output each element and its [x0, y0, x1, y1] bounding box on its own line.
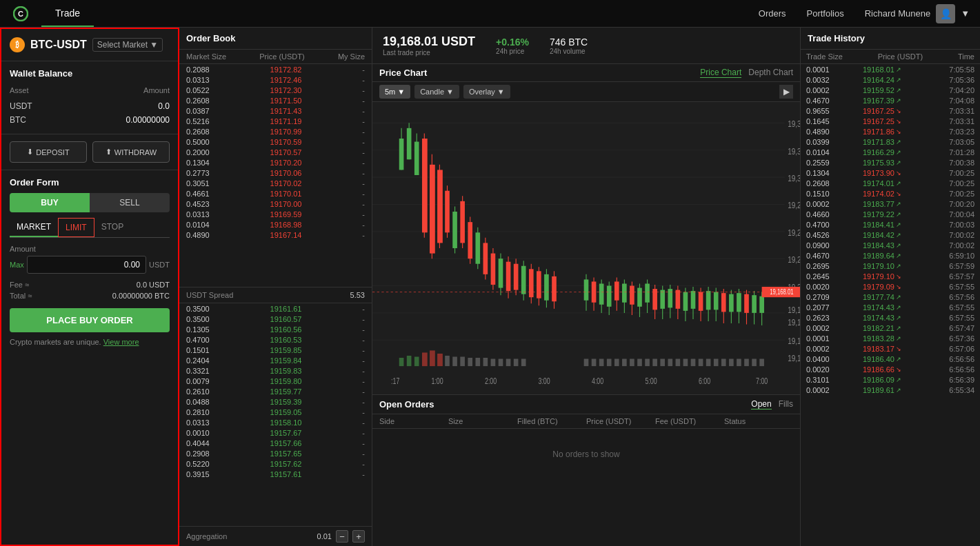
aggregation-decrease-button[interactable]: − — [336, 530, 348, 543]
last-price-label: Last trade price — [383, 49, 475, 57]
svg-text:19,300: 19,300 — [788, 173, 800, 184]
svg-text:4:00: 4:00 — [592, 376, 603, 385]
svg-rect-139 — [599, 359, 604, 367]
withdraw-button[interactable]: ⬆ WITHDRAW — [92, 141, 170, 163]
ask-row[interactable]: 0.130419170.20- — [179, 157, 372, 168]
bid-row[interactable]: 0.240419159.84- — [179, 355, 372, 365]
ask-row[interactable]: 0.208819172.82- — [179, 64, 372, 74]
ask-row[interactable]: 0.031319169.59- — [179, 209, 372, 219]
trade-size: 0.4526 — [806, 231, 848, 239]
bid-row[interactable]: 0.001019157.67- — [179, 427, 372, 438]
trade-price: 19183.17↘ — [863, 345, 925, 353]
ask-row[interactable]: 0.031319172.46- — [179, 74, 372, 85]
order-form-section: Order Form BUY SELL MARKET LIMIT STOP Am… — [1, 170, 178, 545]
overlay-selector[interactable]: Overlay ▼ — [463, 85, 510, 99]
place-buy-order-button[interactable]: PLACE BUY ORDER — [10, 308, 170, 332]
fills-tab[interactable]: Fills — [779, 399, 793, 410]
trade-price: 19171.86↘ — [863, 128, 925, 136]
bid-row[interactable]: 0.031319158.10- — [179, 417, 372, 427]
svg-text:19,250: 19,250 — [788, 227, 800, 238]
ask-price: 19170.01 — [270, 190, 302, 198]
ask-row[interactable]: 0.052219172.30- — [179, 85, 372, 95]
arrow-up-icon: ↗ — [896, 252, 901, 259]
ask-row[interactable]: 0.521619171.19- — [179, 116, 372, 126]
side-col-header: Side — [379, 417, 448, 425]
stop-tab[interactable]: STOP — [94, 218, 130, 237]
bid-row[interactable]: 0.281019159.05- — [179, 407, 372, 417]
ask-row[interactable]: 0.260819171.50- — [179, 95, 372, 105]
bid-price: 19157.65 — [270, 449, 302, 458]
select-market-button[interactable]: Select Market ▼ — [92, 38, 163, 52]
svg-rect-45 — [452, 212, 457, 248]
ask-row[interactable]: 0.038719171.43- — [179, 105, 372, 116]
btc-label: BTC — [10, 115, 26, 125]
arrow-up-icon: ↗ — [896, 335, 901, 342]
bid-row[interactable]: 0.350019160.57- — [179, 314, 372, 324]
price-chart-tab[interactable]: Price Chart — [700, 68, 741, 78]
bid-row[interactable]: 0.130519160.56- — [179, 324, 372, 334]
nav-orders-link[interactable]: Orders — [759, 8, 786, 19]
trade-size: 0.2608 — [806, 179, 848, 188]
wallet-balance-section: Wallet Balance Asset Amount USDT 0.0 BTC… — [1, 61, 178, 134]
ask-price: 19167.14 — [270, 231, 302, 239]
bid-row[interactable]: 0.332119159.83- — [179, 365, 372, 376]
bid-row[interactable]: 0.150119159.85- — [179, 345, 372, 355]
view-more-link[interactable]: View more — [103, 338, 139, 346]
play-button[interactable]: ▶ — [779, 85, 793, 99]
bid-row[interactable]: 0.470019160.53- — [179, 334, 372, 345]
trade-time: 7:03:05 — [940, 138, 974, 146]
bid-row[interactable]: 0.261019159.77- — [179, 386, 372, 396]
logo[interactable]: C — [0, 6, 41, 21]
bid-row[interactable]: 0.404419157.66- — [179, 438, 372, 448]
ask-row[interactable]: 0.010419168.98- — [179, 219, 372, 230]
bid-row[interactable]: 0.350019161.61- — [179, 303, 372, 314]
trade-time: 6:56:56 — [940, 365, 974, 374]
trade-price: 19174.43↗ — [863, 314, 925, 322]
avatar: 👤 — [936, 4, 955, 23]
bid-row[interactable]: 0.290819157.65- — [179, 448, 372, 458]
ask-my-size: - — [362, 159, 365, 167]
svg-text::17: :17 — [391, 376, 399, 385]
ask-row[interactable]: 0.200019170.57- — [179, 147, 372, 157]
trade-time: 7:00:38 — [940, 159, 974, 167]
bid-price: 19161.61 — [270, 305, 302, 313]
trade-history-row: 0.467019189.64↗6:59:10 — [801, 250, 980, 261]
ask-row[interactable]: 0.466119170.01- — [179, 188, 372, 199]
timeframe-selector[interactable]: 5m ▼ — [379, 85, 410, 99]
svg-rect-131 — [483, 358, 488, 366]
market-tab[interactable]: MARKET — [10, 218, 58, 237]
balance-header-row: Asset Amount — [10, 84, 170, 97]
ask-row[interactable]: 0.305119170.02- — [179, 178, 372, 188]
bid-row[interactable]: 0.522019157.62- — [179, 458, 372, 469]
svg-rect-107 — [714, 292, 719, 310]
bid-row[interactable]: 0.048819159.39- — [179, 396, 372, 407]
bid-price: 19157.67 — [270, 429, 302, 437]
bid-size: 0.2810 — [186, 408, 210, 416]
deposit-button[interactable]: ⬇ DEPOSIT — [10, 141, 87, 163]
trade-time: 7:00:02 — [940, 241, 974, 250]
trade-size-col-header: Trade Size — [806, 52, 843, 61]
ask-row[interactable]: 0.452319170.00- — [179, 199, 372, 209]
aggregation-increase-button[interactable]: + — [352, 530, 365, 543]
candle-type-selector[interactable]: Candle ▼ — [414, 85, 459, 99]
ask-row[interactable]: 0.260819170.99- — [179, 126, 372, 136]
svg-rect-113 — [737, 293, 741, 312]
bid-row[interactable]: 0.391519157.61- — [179, 469, 372, 479]
ask-my-size: - — [362, 117, 365, 125]
amount-input[interactable] — [27, 256, 146, 274]
ask-price: 19168.98 — [270, 221, 302, 229]
sell-tab[interactable]: SELL — [90, 193, 170, 212]
depth-chart-tab[interactable]: Depth Chart — [748, 68, 793, 78]
bid-size: 0.3500 — [186, 305, 210, 313]
user-info[interactable]: Richard Munene 👤 ▼ — [865, 4, 970, 23]
nav-portfolios-link[interactable]: Portfolios — [807, 8, 844, 19]
bid-row[interactable]: 0.007919159.80- — [179, 376, 372, 386]
buy-tab[interactable]: BUY — [10, 193, 90, 212]
max-link[interactable]: Max — [10, 261, 24, 269]
ask-row[interactable]: 0.500019170.59- — [179, 136, 372, 147]
limit-tab[interactable]: LIMIT — [58, 218, 94, 237]
ask-row[interactable]: 0.277319170.06- — [179, 168, 372, 178]
open-tab[interactable]: Open — [751, 399, 771, 410]
nav-trade-link[interactable]: Trade — [41, 0, 94, 27]
ask-row[interactable]: 0.489019167.14- — [179, 230, 372, 240]
